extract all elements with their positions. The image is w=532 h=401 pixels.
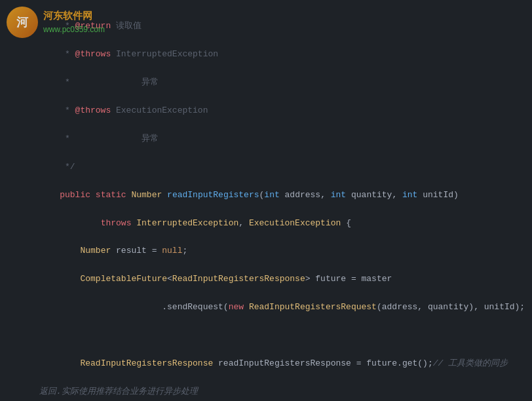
code-line-6: */: [39, 160, 532, 174]
watermark-title: 河东软件网: [43, 8, 105, 24]
code-line-10: CompletableFuture<ReadInputRegistersResp…: [39, 272, 532, 286]
watermark-url: www.pc0359.com: [43, 24, 105, 36]
code-line-8: throws InterruptedException, ExecutionEx…: [39, 216, 532, 230]
code-line-13: ReadInputRegistersResponse readInputRegi…: [39, 356, 532, 370]
code-line-13b: 返回.实际使用推荐结合业务进行异步处理: [39, 385, 532, 398]
code-line-5: * 异常: [39, 132, 532, 145]
watermark-text: 河东软件网 www.pc0359.com: [43, 8, 105, 36]
code-line-4: * @throws ExecutionException: [39, 104, 532, 117]
code-line-3: * 异常: [39, 75, 532, 89]
code-line-2: * @throws InterruptedException: [39, 47, 532, 61]
code-line-7: public static Number readInputRegisters(…: [39, 188, 532, 202]
code-line-11: .sendRequest(new ReadInputRegistersReque…: [39, 300, 532, 314]
watermark-logo: 河: [7, 7, 38, 38]
watermark: 河 河东软件网 www.pc0359.com: [7, 7, 105, 38]
code-editor: * @return 读取值 * @throws InterruptedExcep…: [0, 0, 532, 401]
code-line-9: Number result = null;: [39, 244, 532, 258]
code-line-12: [39, 328, 532, 342]
code-line-1: * @return 读取值: [39, 19, 532, 33]
